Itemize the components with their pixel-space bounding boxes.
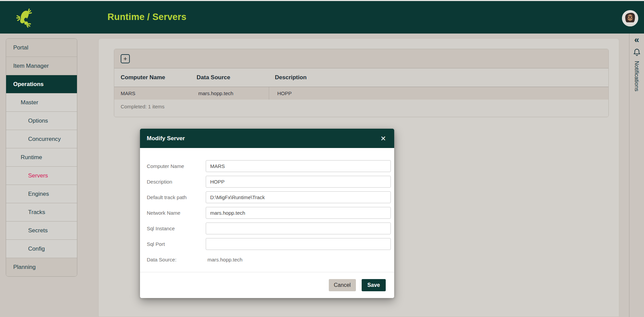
sidebar-item-tracks[interactable]: Tracks [6,203,77,221]
cell-description: HOPP [269,87,608,100]
sidebar-item-concurrency[interactable]: Concurrency [6,130,77,148]
column-header-description: Description [269,74,608,81]
field-row-default-track-path: Default track path [147,191,391,203]
app-header: Runtime / Servers [0,0,644,34]
sidebar-item-label: Options [28,118,48,124]
sidebar-item-master[interactable]: Master [6,93,77,112]
table-row[interactable]: MARS mars.hopp.tech HOPP [114,87,608,100]
cell-data-source: mars.hopp.tech [197,90,269,96]
status-text: Completed: 1 items [114,104,608,109]
field-row-sql-instance: Sql Instance [147,223,391,234]
notifications-label[interactable]: Notifications [633,61,640,91]
default-track-path-label: Default track path [147,194,206,200]
sidebar-item-label: Runtime [21,154,42,161]
sidebar-item-servers[interactable]: Servers [6,167,77,185]
modify-server-dialog: Modify Server ✕ Computer Name Descriptio… [140,129,394,298]
computer-name-label: Computer Name [147,163,206,169]
close-icon[interactable]: ✕ [380,134,386,143]
dialog-header: Modify Server ✕ [140,129,394,148]
dialog-body: Computer Name Description Default track … [140,148,394,266]
sidebar-item-label: Config [28,246,45,252]
collapse-panel-icon[interactable]: « [634,35,639,45]
save-button[interactable]: Save [362,279,386,291]
field-row-computer-name: Computer Name [147,160,391,172]
frog-logo-icon [14,6,35,28]
network-name-field[interactable] [206,207,391,219]
sidebar-item-portal[interactable]: Portal [6,39,77,57]
sidebar-item-runtime[interactable]: Runtime [6,148,77,167]
network-name-label: Network Name [147,210,206,216]
avatar-photo-icon [622,10,638,26]
sql-port-label: Sql Port [147,241,206,247]
sidebar-item-label: Concurrency [28,136,61,143]
sidebar-item-label: Secrets [28,227,48,234]
sidebar-item-label: Master [21,99,38,106]
sidebar-nav: Portal Item Manager Operations Master Op… [6,38,77,277]
field-row-sql-port: Sql Port [147,238,391,250]
page-title: Runtime / Servers [107,12,186,22]
cell-computer-name: MARS [114,90,197,96]
sidebar-item-options[interactable]: Options [6,112,77,130]
data-source-value: mars.hopp.tech [206,257,242,262]
sql-port-field[interactable] [206,238,391,250]
field-row-network-name: Network Name [147,207,391,219]
sidebar-item-label: Servers [28,172,48,179]
field-row-description: Description [147,176,391,188]
sidebar-item-label: Operations [13,81,44,88]
sidebar-item-planning[interactable]: Planning [6,258,77,276]
notifications-rail: « Notifications [629,34,644,317]
computer-name-field[interactable] [206,160,391,172]
sidebar-item-item-manager[interactable]: Item Manager [6,57,77,75]
sidebar-item-label: Engines [28,191,49,197]
sidebar-item-label: Tracks [28,209,45,216]
dialog-footer: Cancel Save [140,272,394,298]
column-header-computer-name: Computer Name [114,74,197,81]
add-server-button[interactable]: + [121,54,130,63]
field-row-data-source: Data Source: mars.hopp.tech [147,254,391,266]
table-header-row: Computer Name Data Source Description [114,68,608,87]
dialog-title: Modify Server [147,135,185,142]
default-track-path-field[interactable] [206,191,391,203]
column-header-data-source: Data Source [197,74,269,81]
sidebar-item-label: Portal [13,44,28,51]
user-avatar[interactable] [622,10,638,26]
sql-instance-label: Sql Instance [147,226,206,231]
sidebar-item-operations[interactable]: Operations [6,75,77,93]
servers-grid-card: + Computer Name Data Source Description … [114,49,609,117]
sidebar-item-label: Item Manager [13,63,49,69]
sidebar-item-engines[interactable]: Engines [6,185,77,203]
sidebar-item-config[interactable]: Config [6,240,77,258]
sql-instance-field[interactable] [206,223,391,234]
grid-toolbar: + [114,49,608,68]
plus-icon: + [123,56,127,62]
servers-table: Computer Name Data Source Description MA… [114,68,608,117]
data-source-label: Data Source: [147,257,206,262]
sidebar-item-secrets[interactable]: Secrets [6,221,77,240]
bell-icon[interactable] [633,48,641,57]
sidebar-item-label: Planning [13,264,36,271]
description-label: Description [147,179,206,185]
description-field[interactable] [206,176,391,188]
cancel-button[interactable]: Cancel [329,279,356,291]
